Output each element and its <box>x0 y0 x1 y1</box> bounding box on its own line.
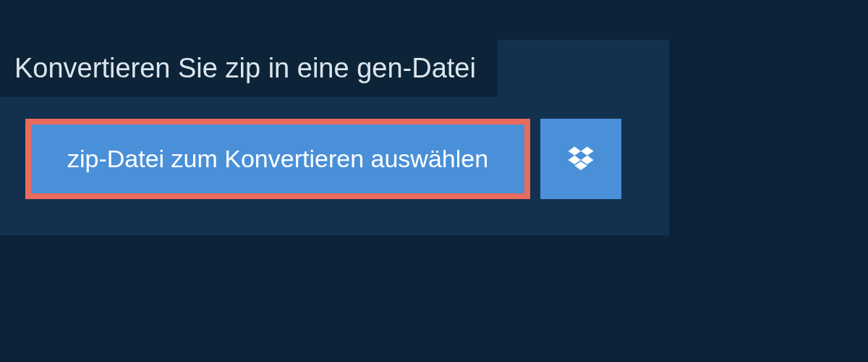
page-title: Konvertieren Sie zip in eine gen-Datei <box>14 53 476 84</box>
button-row: zip-Datei zum Konvertieren auswählen <box>0 97 669 199</box>
title-bar: Konvertieren Sie zip in eine gen-Datei <box>0 40 498 97</box>
select-file-button[interactable]: zip-Datei zum Konvertieren auswählen <box>25 119 530 199</box>
dropbox-button[interactable] <box>540 119 621 199</box>
dropbox-icon <box>566 144 596 174</box>
converter-panel: Konvertieren Sie zip in eine gen-Datei z… <box>0 40 669 235</box>
select-file-label: zip-Datei zum Konvertieren auswählen <box>67 145 488 172</box>
